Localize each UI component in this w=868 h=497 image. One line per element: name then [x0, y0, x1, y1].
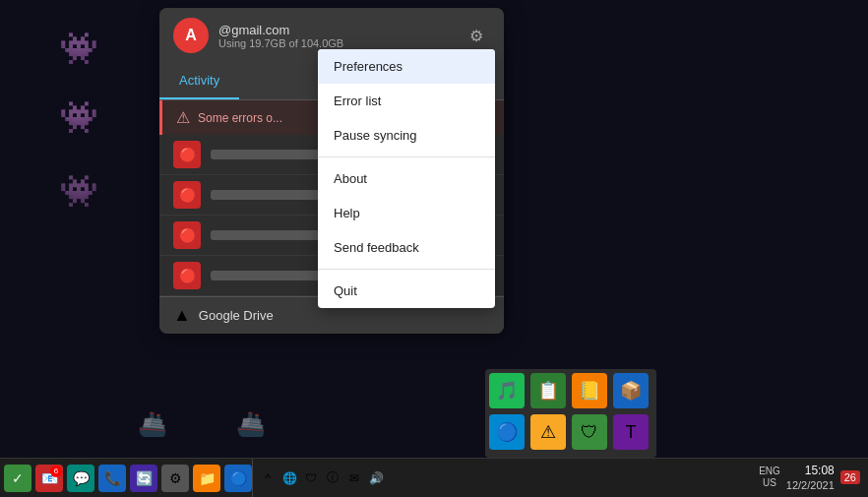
file-icon-3: 🔴 [173, 221, 201, 249]
time-display: 15:08 12/2/2021 [786, 464, 835, 493]
system-tray: ^ 🌐 🛡 ⓘ ✉ 🔊 [252, 459, 391, 497]
tray-network-icon[interactable]: 🌐 [280, 469, 298, 487]
tray-chevron-icon[interactable]: ^ [259, 469, 277, 487]
avatar: A [173, 18, 209, 53]
shield-tray-icon[interactable]: 🛡 [572, 414, 607, 450]
error-text: Some errors o... [198, 111, 282, 125]
context-menu: Preferences Error list Pause syncing Abo… [318, 49, 495, 308]
locale-label: ENGUS [759, 466, 780, 489]
translate-tray-icon[interactable]: T [613, 414, 649, 450]
gear-button[interactable]: ⚙ [463, 22, 490, 49]
taskbar-drive-icon[interactable]: 📁 [193, 465, 220, 492]
tab-activity[interactable]: Activity [159, 63, 239, 99]
menu-item-help[interactable]: Help [318, 196, 495, 230]
alien-sprite-1: 👾 [59, 30, 98, 67]
tray-info-icon[interactable]: ⓘ [324, 469, 341, 487]
taskbar-check-icon[interactable]: ✓ [4, 465, 31, 492]
taskbar-sync-icon[interactable]: 🔄 [130, 465, 157, 492]
time-label: 15:08 [786, 464, 835, 479]
gmail-badge: 6 [50, 466, 62, 477]
menu-item-about[interactable]: About [318, 161, 495, 196]
dropbox-icon[interactable]: 📦 [613, 373, 649, 408]
taskbar-settings-icon[interactable]: ⚙ [161, 465, 189, 492]
menu-divider-2 [318, 269, 495, 270]
warning-tray-icon[interactable]: ⚠ [530, 414, 566, 450]
file-icon-1: 🔴 [173, 141, 201, 168]
taskbar-messages-icon[interactable]: 💬 [67, 465, 94, 492]
menu-item-quit[interactable]: Quit [318, 274, 495, 308]
account-info: @gmail.com Using 19.7GB of 104.0GB [218, 23, 453, 49]
menu-item-pause-syncing[interactable]: Pause syncing [318, 118, 495, 153]
menu-divider-1 [318, 156, 495, 157]
upper-tray: 🎵 📋 📒 📦 🔵 ⚠ 🛡 T [485, 369, 656, 458]
ship-sprite-2: 🚢 [236, 410, 266, 438]
taskbar-phone-icon[interactable]: 📞 [98, 465, 126, 492]
tray-security-icon[interactable]: 🛡 [302, 469, 320, 487]
email-label: @gmail.com [218, 23, 453, 37]
ship-sprite: 🚢 [138, 410, 167, 438]
date-label: 12/2/2021 [786, 478, 835, 492]
alien-sprite-3: 👾 [59, 172, 98, 210]
file-icon-4: 🔴 [173, 262, 201, 289]
notebook-icon[interactable]: 📒 [572, 373, 607, 408]
notification-badge[interactable]: 26 [840, 470, 860, 484]
taskbar-left: ✓ 📧 6 💬 📞 🔄 ⚙ 📁 🔵 [0, 465, 252, 492]
drive-tray-icon[interactable]: 🔵 [489, 414, 525, 450]
menu-item-error-list[interactable]: Error list [318, 84, 495, 118]
menu-item-preferences[interactable]: Preferences [318, 49, 495, 84]
drive-logo-icon: ▲ [173, 305, 191, 326]
tray-volume-icon[interactable]: 🔊 [367, 469, 385, 487]
error-icon: ⚠ [176, 108, 190, 127]
alien-sprite-2: 👾 [59, 98, 98, 136]
drive-footer-text: Google Drive [199, 308, 274, 323]
spotify-icon[interactable]: 🎵 [489, 373, 525, 408]
menu-item-send-feedback[interactable]: Send feedback [318, 230, 495, 265]
storage-label: Using 19.7GB of 104.0GB [218, 37, 453, 49]
taskbar-right: ENGUS 15:08 12/2/2021 26 [759, 464, 868, 493]
file-icon-2: 🔴 [173, 181, 201, 209]
taskbar-blue-icon[interactable]: 🔵 [224, 465, 252, 492]
taskbar-gmail-icon[interactable]: 📧 6 [35, 465, 63, 492]
taskbar: ✓ 📧 6 💬 📞 🔄 ⚙ 📁 🔵 ^ 🌐 🛡 ⓘ ✉ 🔊 ENGUS 15:0… [0, 458, 868, 497]
tray-mail-icon[interactable]: ✉ [345, 469, 363, 487]
klokki-icon[interactable]: 📋 [530, 373, 566, 408]
